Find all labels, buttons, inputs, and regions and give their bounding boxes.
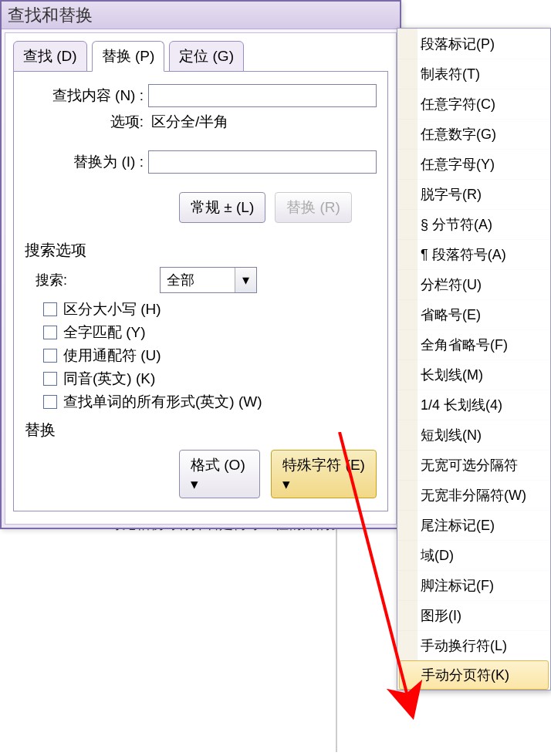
search-scope-value: 全部 [167, 271, 194, 289]
menu-item[interactable]: 尾注标记(E) [397, 510, 550, 540]
tab-goto[interactable]: 定位 (G) [169, 41, 244, 72]
dialog-titlebar[interactable]: 查找和替换 [2, 2, 400, 29]
search-scope-select[interactable]: 全部 ▾ [160, 267, 257, 293]
menu-item[interactable]: 图形(I) [397, 600, 550, 630]
menu-item[interactable]: § 分节符(A) [397, 209, 550, 239]
tab-find[interactable]: 查找 (D) [13, 41, 87, 72]
menu-item[interactable]: 长划线(M) [397, 359, 550, 390]
menu-item[interactable]: 分栏符(U) [397, 269, 550, 299]
menu-item[interactable]: 任意字母(Y) [397, 149, 550, 179]
search-options-title: 搜索选项 [25, 240, 377, 261]
chk-wildcards-label: 使用通配符 (U) [63, 346, 161, 366]
format-button[interactable]: 格式 (O) ▾ [179, 450, 260, 498]
menu-item[interactable]: 省略号(E) [397, 299, 550, 329]
find-replace-dialog: 查找和替换 查找 (D) 替换 (P) 定位 (G) 查找内容 (N) : 选项… [0, 0, 401, 529]
chk-wordforms-label: 查找单词的所有形式(英文) (W) [63, 392, 262, 412]
menu-item[interactable]: 全角省略号(F) [397, 329, 550, 359]
menu-item[interactable]: 无宽非分隔符(W) [397, 480, 550, 510]
find-what-label: 查找内容 (N) : [25, 86, 148, 106]
chk-soundslike-label: 同音(英文) (K) [63, 369, 155, 389]
replace-button: 替换 (R) [275, 192, 352, 223]
menu-item[interactable]: 1/4 长划线(4) [397, 390, 550, 420]
menu-item[interactable]: 域(D) [397, 540, 550, 570]
replace-with-input[interactable] [148, 150, 377, 174]
dialog-body: 查找 (D) 替换 (P) 定位 (G) 查找内容 (N) : 选项: 区分全/… [5, 32, 397, 525]
special-characters-button[interactable]: 特殊字符 (E) ▾ [271, 450, 377, 498]
special-characters-menu: 段落标记(P)制表符(T)任意字符(C)任意数字(G)任意字母(Y)脱字号(R)… [397, 28, 551, 690]
menu-item[interactable]: 短划线(N) [397, 420, 550, 450]
chevron-down-icon: ▾ [235, 268, 256, 292]
tab-panel-replace: 查找内容 (N) : 选项: 区分全/半角 替换为 (I) : 常规 ± (L)… [13, 71, 388, 511]
menu-item[interactable]: 脱字号(R) [397, 179, 550, 209]
checkbox-soundslike[interactable] [43, 372, 57, 386]
chk-wholeword-label: 全字匹配 (Y) [63, 322, 146, 343]
menu-item[interactable]: 任意数字(G) [397, 119, 550, 149]
menu-item[interactable]: 制表符(T) [397, 59, 550, 89]
menu-item[interactable]: 手动分页符(K) [399, 660, 549, 690]
dialog-title: 查找和替换 [8, 4, 93, 27]
menu-item[interactable]: 脚注标记(F) [397, 570, 550, 600]
options-label: 选项: [25, 112, 148, 132]
replace-section-title: 替换 [25, 420, 377, 440]
normal-button[interactable]: 常规 ± (L) [179, 192, 265, 223]
checkbox-wholeword[interactable] [43, 326, 57, 339]
tab-replace[interactable]: 替换 (P) [92, 41, 165, 72]
menu-item[interactable]: ¶ 段落符号(A) [397, 239, 550, 269]
search-scope-label: 搜索: [35, 271, 67, 289]
find-what-input[interactable] [148, 84, 377, 107]
menu-item[interactable]: 无宽可选分隔符 [397, 450, 550, 480]
options-value: 区分全/半角 [148, 112, 228, 132]
chk-matchcase-label: 区分大小写 (H) [63, 299, 161, 319]
menu-item[interactable]: 手动换行符(L) [397, 630, 550, 660]
tabstrip: 查找 (D) 替换 (P) 定位 (G) [13, 41, 388, 72]
checkbox-wordforms[interactable] [43, 395, 57, 409]
menu-item[interactable]: 段落标记(P) [397, 29, 550, 59]
menu-item[interactable]: 任意字符(C) [397, 89, 550, 119]
checkbox-matchcase[interactable] [43, 302, 57, 316]
replace-with-label: 替换为 (I) : [25, 152, 148, 172]
checkbox-wildcards[interactable] [43, 349, 57, 363]
